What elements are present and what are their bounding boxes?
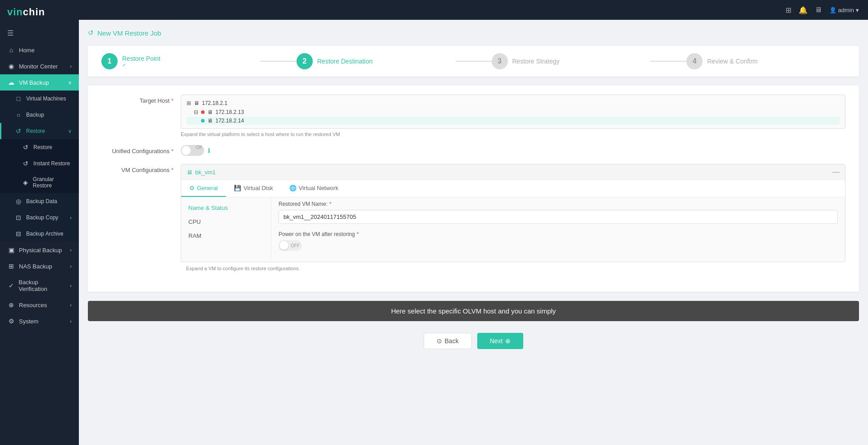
- config-ram[interactable]: RAM: [181, 229, 271, 243]
- sidebar-item-backup-archive[interactable]: ⊟ Backup Archive: [0, 226, 79, 242]
- sidebar-item-label: Instant Restore: [33, 160, 70, 167]
- sidebar-item-resources[interactable]: ⊕ Resources ›: [0, 297, 79, 313]
- chevron-icon: ›: [70, 215, 72, 220]
- sidebar-item-restore[interactable]: ↺ Restore ∨: [0, 123, 79, 139]
- step-circle-3: 3: [492, 53, 508, 69]
- desktop-icon[interactable]: 🖥: [815, 6, 822, 14]
- sidebar-item-nas-backup[interactable]: ⊞ NAS Backup ›: [0, 258, 79, 274]
- toggle-knob: [182, 146, 191, 155]
- host-item-1[interactable]: ⊞ 🖥 172.18.2.1: [187, 99, 840, 108]
- sidebar-item-home[interactable]: ⌂ Home: [0, 42, 79, 58]
- restored-vm-name-label: Restored VM Name: *: [279, 201, 838, 207]
- chevron-icon: ›: [70, 318, 72, 324]
- expand-hint: Expand a VM to configure its restore con…: [181, 262, 845, 275]
- general-icon: ⚙: [189, 185, 195, 191]
- host-ip: 172.18.2.14: [215, 118, 244, 124]
- wizard-step-2: 2 Restore Destination: [297, 53, 456, 69]
- power-on-field-group: Power on the VM after restoring * OFF: [279, 231, 838, 251]
- target-host-row: Target Host * ⊞ 🖥 172.18.2.1 ⊟ 🖥: [101, 95, 845, 137]
- granular-restore-icon: ◈: [22, 179, 29, 186]
- page-header: ↺ New VM Restore Job: [88, 29, 859, 37]
- step-connector-3: [650, 61, 686, 62]
- backup-verify-icon: ✓: [7, 282, 15, 289]
- sidebar-item-label: Granular Restore: [33, 176, 72, 189]
- page-title: New VM Restore Job: [97, 29, 161, 37]
- sidebar-item-label: Restore: [33, 144, 52, 150]
- expand-icon: ⊟: [194, 109, 198, 115]
- tab-general[interactable]: ⚙ General: [181, 180, 226, 197]
- sidebar: vinchin ☰ ⌂ Home ◉ Monitor Center › ☁ VM…: [0, 0, 79, 445]
- sidebar-item-label: Monitor Center: [19, 63, 58, 70]
- wizard-step-4: 4 Review & Confirm: [686, 53, 845, 69]
- chevron-icon: ∨: [68, 80, 72, 86]
- sidebar-item-granular-restore[interactable]: ◈ Granular Restore: [0, 172, 79, 193]
- sidebar-item-instant-restore[interactable]: ↺ Instant Restore: [0, 155, 79, 172]
- step-circle-4: 4: [686, 53, 703, 69]
- tab-virtual-disk[interactable]: 💾 Virtual Disk: [226, 180, 281, 197]
- minus-icon[interactable]: —: [832, 168, 840, 176]
- chevron-icon: ›: [70, 247, 72, 253]
- vm-config-body: Name & Status CPU RAM Restored VM Name:: [181, 197, 845, 262]
- unified-config-row: Unified Configurations * Off ℹ: [101, 145, 845, 156]
- sidebar-item-monitor[interactable]: ◉ Monitor Center ›: [0, 58, 79, 74]
- sidebar-item-physical-backup[interactable]: ▣ Physical Backup ›: [0, 242, 79, 258]
- unified-config-control: Off ℹ: [181, 145, 845, 156]
- system-icon: ⚙: [7, 318, 15, 325]
- sidebar-item-backup-copy[interactable]: ⊡ Backup Copy ›: [0, 209, 79, 226]
- sidebar-item-label: Backup: [26, 112, 44, 118]
- sidebar-item-label: Home: [19, 47, 35, 54]
- restore-sub-icon: ↺: [22, 144, 30, 151]
- unified-config-toggle[interactable]: Off: [181, 145, 204, 156]
- step-label-1: Restore Point ✓: [122, 55, 160, 68]
- sidebar-item-backup-data[interactable]: ◎ Backup Data: [0, 193, 79, 209]
- sidebar-item-label: Backup Verification: [18, 279, 66, 292]
- vm-config-control: 🖥 bk_vm1 — ⚙ General 💾: [181, 164, 845, 275]
- chevron-icon: ›: [70, 302, 72, 308]
- host-hint: Expand the virtual platform to select a …: [181, 132, 845, 137]
- sidebar-item-backup[interactable]: ○ Backup: [0, 107, 79, 123]
- vm-config-header[interactable]: 🖥 bk_vm1 —: [181, 164, 845, 180]
- host-item-3[interactable]: 🖥 172.18.2.14: [187, 117, 840, 125]
- info-icon[interactable]: ℹ: [208, 147, 210, 154]
- vm-backup-icon: ☁: [7, 79, 15, 86]
- sidebar-item-restore-sub[interactable]: ↺ Restore: [0, 139, 79, 155]
- host-item-2[interactable]: ⊟ 🖥 172.18.2.13: [187, 108, 840, 117]
- backup-data-icon: ◎: [14, 198, 23, 205]
- user-menu[interactable]: 👤 admin ▾: [829, 7, 859, 14]
- grid-icon[interactable]: ⊞: [786, 6, 791, 14]
- sidebar-sub-restore: ↺ Restore ↺ Instant Restore ◈ Granular R…: [0, 139, 79, 193]
- topbar: ⊞ 🔔 🖥 👤 admin ▾: [79, 0, 868, 20]
- step-label-2: Restore Destination: [317, 58, 373, 65]
- sidebar-item-label: Restore: [26, 128, 45, 134]
- vm-icon: 🖥: [187, 169, 192, 176]
- tab-virtual-network[interactable]: 🌐 Virtual Network: [281, 180, 347, 197]
- next-circle-icon: ⊕: [505, 337, 511, 345]
- wizard-step-3: 3 Restore Strategy: [492, 53, 651, 69]
- power-on-toggle[interactable]: OFF: [279, 240, 302, 251]
- toggle-wrap: Off ℹ: [181, 145, 845, 156]
- sidebar-item-virtual-machines[interactable]: □ Virtual Machines: [0, 91, 79, 107]
- restored-vm-name-input[interactable]: [279, 210, 838, 224]
- vm-name: bk_vm1: [195, 169, 216, 176]
- bell-icon[interactable]: 🔔: [799, 6, 808, 14]
- backup-icon: ○: [14, 111, 23, 118]
- sidebar-item-label: Physical Backup: [19, 247, 62, 254]
- hamburger-icon[interactable]: ☰: [0, 24, 79, 42]
- vm-config-row: VM Configurations * 🖥 bk_vm1 —: [101, 164, 845, 275]
- sidebar-item-system[interactable]: ⚙ System ›: [0, 313, 79, 329]
- main-area: ⊞ 🔔 🖥 👤 admin ▾ ↺ New VM Restore Job 1 R…: [79, 0, 868, 445]
- back-button[interactable]: ⊙ Back: [424, 333, 472, 349]
- target-host-label: Target Host *: [101, 95, 174, 104]
- tooltip-text: Here select the specific OLVM host and y…: [391, 307, 556, 315]
- backup-copy-icon: ⊡: [14, 214, 23, 221]
- power-off-text: OFF: [291, 243, 300, 248]
- config-name-status[interactable]: Name & Status: [181, 201, 271, 215]
- host-tree: ⊞ 🖥 172.18.2.1 ⊟ 🖥 172.18.2.13 �: [181, 95, 845, 129]
- sidebar-item-backup-verification[interactable]: ✓ Backup Verification ›: [0, 274, 79, 297]
- config-cpu[interactable]: CPU: [181, 215, 271, 229]
- logo-chin: chin: [23, 6, 45, 18]
- sidebar-item-vm-backup[interactable]: ☁ VM Backup ∨: [0, 74, 79, 91]
- next-button[interactable]: Next ⊕: [477, 333, 524, 349]
- sidebar-sub-vm-backup: □ Virtual Machines ○ Backup ↺ Restore ∨ …: [0, 91, 79, 242]
- step-label-3: Restore Strategy: [512, 58, 560, 65]
